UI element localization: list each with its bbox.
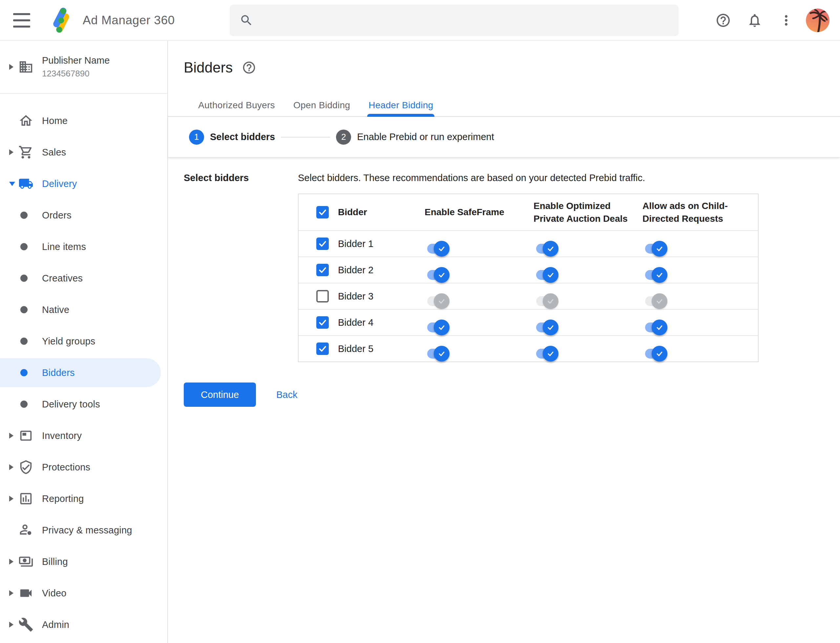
sidebar-item-inventory[interactable]: Inventory: [0, 420, 167, 451]
row-checkbox[interactable]: [316, 290, 329, 302]
product-title: Ad Manager 360: [83, 0, 175, 41]
caret-right-icon: [9, 559, 13, 565]
step-select-bidders: 1 Select bidders: [189, 130, 275, 145]
wrench-icon: [18, 617, 33, 632]
sidebar-item-reporting[interactable]: Reporting: [0, 483, 167, 514]
more-vert-icon[interactable]: [778, 13, 794, 28]
sidebar-item-label: Sales: [42, 147, 66, 158]
bidder-name: Bidder 2: [338, 265, 373, 276]
bidders-table: Bidder Enable SafeFrame Enable Optimized…: [298, 194, 758, 362]
sidebar-item-label: Bidders: [42, 367, 75, 378]
column-header-child-directed: Allow ads on Child-Directed Requests: [641, 199, 759, 225]
sidebar-item-label: Admin: [42, 619, 69, 630]
sidebar-item-bidders[interactable]: Bidders: [0, 357, 167, 388]
top-app-bar: Ad Manager 360: [0, 0, 840, 41]
sidebar-item-label: Inventory: [42, 431, 82, 441]
form-section-label: Select bidders: [184, 173, 249, 183]
search-input[interactable]: [253, 15, 678, 26]
bullet-icon: [20, 401, 28, 408]
caret-right-icon: [9, 464, 13, 470]
column-header-bidder: Bidder: [338, 206, 377, 219]
bullet-icon: [20, 243, 28, 250]
publisher-selector[interactable]: Publisher Name 1234567890: [0, 41, 167, 94]
tab-header-bidding[interactable]: Header Bidding: [359, 95, 442, 116]
caret-right-icon: [9, 622, 13, 628]
step-number: 1: [189, 130, 204, 145]
notifications-icon[interactable]: [747, 13, 763, 28]
row-checkbox[interactable]: [316, 238, 329, 250]
active-tab-indicator: [367, 114, 435, 117]
caret-right-icon: [9, 590, 13, 596]
sidebar-item-delivery-tools[interactable]: Delivery tools: [0, 388, 167, 420]
tab-open-bidding[interactable]: Open Bidding: [284, 95, 359, 116]
bidder-name: Bidder 1: [338, 238, 373, 249]
search-bar[interactable]: [230, 5, 678, 36]
bullet-icon: [20, 369, 28, 376]
step-connector: [281, 137, 330, 137]
sidebar-item-native[interactable]: Native: [0, 294, 167, 325]
caret-right-icon: [9, 149, 13, 155]
help-icon[interactable]: [715, 13, 731, 28]
sidebar-item-label: Privacy & messaging: [42, 525, 132, 536]
shield-check-icon: [18, 460, 33, 475]
tab-bar: Authorized Buyers Open Bidding Header Bi…: [168, 95, 840, 117]
home-icon: [18, 113, 33, 128]
sidebar-item-privacy-messaging[interactable]: Privacy & messaging: [0, 514, 167, 546]
sidebar-item-protections[interactable]: Protections: [0, 451, 167, 483]
bullet-icon: [20, 338, 28, 345]
tab-label: Open Bidding: [293, 100, 350, 111]
sidebar-item-sales[interactable]: Sales: [0, 137, 167, 168]
bidder-name: Bidder 4: [338, 317, 373, 328]
bullet-icon: [20, 274, 28, 282]
select-all-checkbox[interactable]: [316, 206, 329, 219]
page-title: Bidders: [184, 59, 233, 76]
row-checkbox[interactable]: [316, 264, 329, 276]
ad-manager-logo-icon: [47, 6, 75, 35]
bar-chart-icon: [18, 491, 33, 506]
person-badge-icon: [18, 522, 33, 538]
sidebar-item-yield-groups[interactable]: Yield groups: [0, 325, 167, 357]
sidebar-item-delivery[interactable]: Delivery: [0, 168, 167, 199]
sidebar-item-label: Protections: [42, 462, 90, 473]
sidebar-item-label: Creatives: [42, 273, 83, 284]
sidebar-item-label: Reporting: [42, 493, 84, 504]
sidebar-item-video[interactable]: Video: [0, 578, 167, 609]
sidebar-item-home[interactable]: Home: [0, 105, 167, 137]
column-header-optimized-deals: Enable Optimized Private Auction Deals: [532, 199, 641, 225]
bullet-icon: [20, 212, 28, 219]
table-row: Bidder 4: [299, 309, 758, 335]
videocam-icon: [18, 586, 33, 601]
sidebar-item-label: Delivery tools: [42, 399, 100, 410]
continue-button[interactable]: Continue: [184, 382, 256, 407]
sidebar-item-creatives[interactable]: Creatives: [0, 263, 167, 294]
sidebar-item-label: Yield groups: [42, 336, 95, 347]
main-content: Bidders Authorized Buyers Open Bidding H…: [168, 41, 840, 643]
sidebar-item-line-items[interactable]: Line items: [0, 231, 167, 263]
table-row: Bidder 5: [299, 335, 758, 362]
sidebar-nav: Publisher Name 1234567890 Home Sales Del…: [0, 41, 168, 643]
sidebar-item-admin[interactable]: Admin: [0, 609, 167, 640]
bidder-name: Bidder 5: [338, 343, 373, 354]
sidebar-item-label: Line items: [42, 242, 86, 252]
table-header-row: Bidder Enable SafeFrame Enable Optimized…: [299, 194, 758, 230]
column-header-safeframe: Enable SafeFrame: [423, 206, 532, 219]
caret-right-icon: [9, 496, 13, 502]
caret-right-icon: [9, 64, 13, 70]
truck-icon: [18, 176, 33, 191]
table-row: Bidder 1: [299, 230, 758, 256]
step-label: Select bidders: [210, 132, 275, 142]
inventory-frame-icon: [18, 428, 33, 443]
row-checkbox[interactable]: [316, 343, 329, 355]
avatar[interactable]: [806, 8, 830, 32]
row-checkbox[interactable]: [316, 316, 329, 329]
tab-authorized-buyers[interactable]: Authorized Buyers: [189, 95, 284, 116]
form-section-description: Select bidders. These recommendations ar…: [298, 173, 645, 183]
shopping-cart-icon: [18, 145, 33, 160]
caret-right-icon: [9, 433, 13, 439]
bidder-name: Bidder 3: [338, 291, 373, 302]
back-button[interactable]: Back: [266, 382, 308, 407]
sidebar-item-orders[interactable]: Orders: [0, 199, 167, 231]
menu-icon[interactable]: [13, 13, 30, 28]
title-help-icon[interactable]: [242, 60, 256, 75]
sidebar-item-billing[interactable]: Billing: [0, 546, 167, 578]
